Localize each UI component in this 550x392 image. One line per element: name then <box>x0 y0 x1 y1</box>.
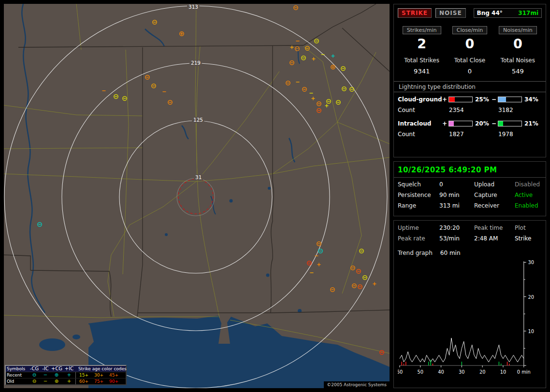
upload-status: Disabled <box>515 181 545 188</box>
ic-plus-bar <box>449 121 473 126</box>
receiver-label: Receiver <box>474 202 515 209</box>
cg-neg-icon: ⊖ <box>28 378 41 384</box>
range-value: 313 mi <box>439 202 474 209</box>
ic-minus-bar <box>498 121 522 126</box>
session-panel: Uptime 230:20 Peak time Plot Peak rate 5… <box>393 220 546 388</box>
cg-neg-icon: ⊖ <box>28 372 41 378</box>
cloud-ground-count-row: Count 2354 3182 <box>398 107 542 113</box>
age-90: 90+ <box>108 378 123 384</box>
close-per-min-value: 0 <box>446 36 493 51</box>
plot-value: Strike <box>515 235 545 242</box>
ic-minus-count: 1978 <box>492 131 541 138</box>
noises-per-min-button[interactable]: Noises/min <box>499 26 537 34</box>
legend-age-header: Strike age color codes <box>75 366 123 372</box>
ring-label: 125 <box>193 117 203 123</box>
peak-rate-value: 53/min <box>439 235 474 242</box>
ic-minus-pct: 21% <box>523 120 541 127</box>
cloud-ground-row: Cloud-ground + 25% − 34% <box>398 96 542 103</box>
stats-panel: STRIKE NOISE Bng 44° 317mi Strikes/min C… <box>393 4 546 157</box>
total-strikes-label: Total Strikes <box>398 57 446 64</box>
trend-x-tick-label: 20 <box>479 369 485 375</box>
persistence-label: Persistence <box>398 192 439 198</box>
total-noises-label: Total Noises <box>494 57 542 64</box>
trend-x-tick-label: 30 <box>459 369 464 375</box>
trend-series-line <box>400 338 524 362</box>
squelch-label: Squelch <box>398 181 439 188</box>
legend-old-label: Old <box>6 378 28 384</box>
map-canvas: 31321912531 <box>4 4 390 388</box>
intracloud-count-row: Count 1827 1978 <box>398 131 542 138</box>
datetime-display: 10/26/2025 6:49:20 PM <box>398 166 542 174</box>
bearing-range-readout: Bng 44° 317mi <box>474 8 542 18</box>
plus-sign: + <box>442 120 449 127</box>
total-strikes-value: 9341 <box>398 68 446 75</box>
noises-per-min-value: 0 <box>494 36 542 51</box>
range-label: Range <box>398 202 439 209</box>
age-60: 60+ <box>78 378 93 384</box>
noise-mode-button[interactable]: NOISE <box>435 8 466 18</box>
ic-plus-count: 1827 <box>442 131 492 138</box>
intracloud-row: Intracloud + 20% − 21% <box>398 120 542 127</box>
cg-plus-pct: 25% <box>474 96 492 103</box>
upload-label: Upload <box>474 181 515 188</box>
ring-label: 31 <box>195 174 202 180</box>
total-close-value: 0 <box>446 68 493 75</box>
intracloud-label: Intracloud <box>398 120 442 127</box>
capture-status: Active <box>515 192 545 198</box>
ic-plus-pct: 20% <box>474 120 492 127</box>
legend-recent-label: Recent <box>6 372 28 378</box>
close-per-min-button[interactable]: Close/min <box>452 26 487 34</box>
squelch-value: 0 <box>439 181 474 188</box>
cg-plus-bar <box>449 97 473 102</box>
trend-x-tick-label: 60 <box>398 369 403 375</box>
trend-x-tick-label: 50 <box>417 369 423 375</box>
copyright-notice: ©2005 Astrogenic Systems <box>324 381 390 388</box>
range-value: 317mi <box>518 10 538 16</box>
symbol-legend: Symbols -CG -IC +CG +IC Strike age color… <box>5 365 127 385</box>
status-panel: 10/26/2025 6:49:20 PM Squelch 0 Upload D… <box>393 161 546 216</box>
distribution-title: Lightning type distribution <box>399 84 542 90</box>
bearing-value: Bng 44° <box>477 10 503 16</box>
legend-col-ic-neg: -IC <box>41 366 50 372</box>
capture-label: Capture <box>474 192 515 198</box>
trend-chart: 1020306050403020100 min <box>398 258 543 380</box>
age-75: 75+ <box>93 378 108 384</box>
cg-plus-count: 2354 <box>442 107 492 113</box>
peak-time-label: Peak time <box>474 224 515 231</box>
ic-neg-icon: − <box>41 372 50 378</box>
divider <box>394 92 546 92</box>
cg-pos-icon: ⊕ <box>50 378 63 384</box>
peak-rate-label: Peak rate <box>398 235 439 242</box>
ic-neg-icon: − <box>41 378 50 384</box>
minus-sign: − <box>492 120 498 127</box>
lightning-map[interactable]: 31321912531 Symbols -CG -IC +CG +IC Stri… <box>4 4 390 388</box>
total-noises-value: 549 <box>494 68 542 75</box>
ring-label: 313 <box>188 4 198 10</box>
trend-x-ticks <box>400 365 524 367</box>
cg-pos-icon: ⊕ <box>50 372 63 378</box>
strikes-per-min-button[interactable]: Strikes/min <box>403 26 441 34</box>
trend-y-tick-label: 30 <box>528 260 534 265</box>
trend-x-tick-label: 0 min <box>517 369 531 375</box>
legend-col-ic-pos: +IC <box>63 366 75 372</box>
strike-mode-button[interactable]: STRIKE <box>398 8 432 18</box>
plot-label: Plot <box>515 224 545 231</box>
trend-x-tick-label: 40 <box>438 369 444 375</box>
trend-y-tick-label: 20 <box>528 294 534 300</box>
trend-x-tick-label: 10 <box>500 369 506 375</box>
age-30: 30+ <box>93 372 108 378</box>
cloud-ground-label: Cloud-ground <box>398 96 442 103</box>
trend-graph-label: Trend graph <box>398 250 433 256</box>
cg-minus-count: 3182 <box>492 107 541 113</box>
strikes-per-min-value: 2 <box>398 36 446 51</box>
cg-minus-pct: 34% <box>523 96 541 103</box>
divider <box>394 177 546 178</box>
plus-sign: + <box>442 96 449 103</box>
divider <box>394 81 546 82</box>
ring-label: 219 <box>191 60 201 66</box>
minus-sign: − <box>492 96 498 103</box>
peak-time-value: 2:48 AM <box>474 235 515 242</box>
legend-col-cg-pos: +CG <box>50 366 63 372</box>
persistence-value: 90 min <box>439 192 474 198</box>
ic-pos-icon: + <box>63 378 75 384</box>
